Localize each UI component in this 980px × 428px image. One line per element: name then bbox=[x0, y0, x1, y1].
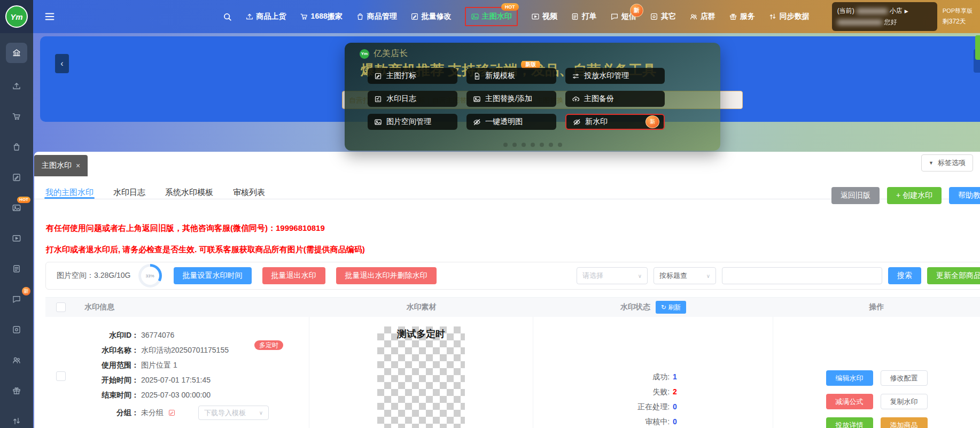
new-badge: 新 bbox=[630, 4, 643, 17]
header-watermark-material: 水印素材 bbox=[309, 302, 533, 312]
app-logo[interactable]: Ym bbox=[0, 0, 33, 33]
sidebar-item-main-image-watermark[interactable]: HOT bbox=[6, 200, 27, 215]
nav-item-batch-edit[interactable]: 批量修改 bbox=[410, 12, 452, 21]
update-all-products-button[interactable]: 更新全部商品 bbox=[927, 267, 980, 284]
nav-item-product-listing[interactable]: 商品上货 bbox=[245, 12, 286, 21]
edit-watermark-button[interactable]: 编辑水印 bbox=[826, 370, 873, 386]
usage-scope: 图片位置 1 bbox=[141, 361, 177, 370]
menu-item-watermark-log[interactable]: 水印日志 bbox=[368, 91, 457, 107]
brand-row: Ym 亿美店长 bbox=[360, 48, 408, 59]
eye-off-icon bbox=[573, 118, 581, 126]
users-icon bbox=[689, 12, 698, 21]
side-float-button[interactable] bbox=[975, 35, 980, 60]
menu-item-main-image-backup[interactable]: 主图备份 bbox=[565, 91, 665, 107]
search-input[interactable] bbox=[722, 267, 882, 284]
sidebar-item-other[interactable] bbox=[6, 322, 27, 337]
nav-item-main-image-watermark[interactable]: 主图水印 HOT bbox=[465, 7, 518, 26]
bank-icon bbox=[12, 48, 21, 58]
page-tab-strip: 主图水印 × ▼ 标签选项 bbox=[34, 152, 980, 176]
nav-item-shop-group[interactable]: 店群 bbox=[689, 12, 715, 21]
video-icon bbox=[531, 12, 540, 21]
watermark-info-cell: 多定时 水印ID：36774076 水印名称：水印活动2025070117515… bbox=[76, 317, 309, 428]
placement-detail-button[interactable]: 投放详情 bbox=[826, 417, 873, 428]
batch-remove-and-delete-watermark-button[interactable]: 批量退出水印并删除水印 bbox=[336, 267, 437, 284]
menu-item-new-watermark[interactable]: 新水印 新 bbox=[565, 114, 665, 130]
nav-item-1688-move[interactable]: 1688搬家 bbox=[300, 12, 343, 21]
create-watermark-button[interactable]: + 创建水印 bbox=[887, 187, 942, 204]
sync-icon bbox=[12, 416, 21, 426]
help-tutorial-button[interactable]: 帮助教程 bbox=[949, 187, 980, 204]
add-product-button[interactable]: 添加商品 bbox=[881, 417, 928, 428]
menu-item-main-image-replace-add[interactable]: 主图替换/添加 bbox=[466, 91, 556, 107]
nav-item-sms[interactable]: 短信 新 bbox=[610, 12, 636, 21]
back-old-version-button[interactable]: 返回旧版 bbox=[831, 187, 880, 204]
account-name-redacted bbox=[837, 20, 882, 25]
tab-review-list[interactable]: 审核列表 bbox=[233, 188, 265, 199]
sidebar-item-video[interactable] bbox=[6, 231, 27, 246]
nav-item-service[interactable]: 服务 bbox=[729, 12, 755, 21]
menu-item-new-rule-template[interactable]: 新规模板 bbox=[466, 68, 556, 84]
menu-item-one-click-transparent[interactable]: 一键透明图 bbox=[466, 114, 556, 130]
cloud-upload-icon bbox=[572, 95, 580, 103]
cart-icon bbox=[300, 12, 308, 21]
hot-badge: HOT bbox=[17, 197, 30, 203]
page-tab-main-image-watermark[interactable]: 主图水印 × bbox=[34, 155, 88, 176]
menu-item-image-space-management[interactable]: 图片空间管理 bbox=[368, 114, 457, 130]
nav-item-sync-data[interactable]: 同步数据 bbox=[768, 12, 810, 21]
caret-down-icon: ▼ bbox=[929, 160, 934, 166]
gift-icon bbox=[729, 12, 737, 21]
current-store-switcher[interactable]: (当前) 小店 ▶ 您好 bbox=[832, 2, 937, 31]
row-checkbox[interactable] bbox=[56, 371, 66, 381]
sidebar-item-dashboard[interactable] bbox=[6, 43, 27, 63]
sidebar-item-service[interactable] bbox=[6, 383, 27, 398]
tag-options-button[interactable]: ▼ 标签选项 bbox=[921, 154, 973, 172]
search-button[interactable]: 搜索 bbox=[888, 267, 921, 284]
sidebar-item-shop-group[interactable] bbox=[6, 353, 27, 368]
sidebar-item-product-management[interactable] bbox=[6, 139, 27, 154]
batch-remove-watermark-button[interactable]: 批量退出水印 bbox=[262, 267, 325, 284]
nav-item-other[interactable]: 其它 bbox=[650, 12, 676, 21]
caret-down-icon: ∨ bbox=[638, 273, 642, 279]
watermark-preview[interactable]: 测试多定时 bbox=[377, 326, 465, 428]
menu-item-watermark-placement-management[interactable]: 投放水印管理 bbox=[565, 68, 665, 84]
sidebar: Ym HOT bbox=[0, 0, 33, 428]
header-operations: 操作 bbox=[773, 302, 980, 312]
copy-watermark-button[interactable]: 复制水印 bbox=[881, 394, 928, 409]
sidebar-item-sms[interactable]: 新 bbox=[6, 292, 27, 307]
sidebar-item-print-order[interactable] bbox=[6, 261, 27, 276]
sidebar-item-1688-move[interactable] bbox=[6, 109, 27, 124]
caret-down-icon: ∨ bbox=[706, 273, 710, 279]
watermark-status-cell: 成功:1 失败:2 正在处理:0 审核中:0 定时添加:0 bbox=[533, 317, 773, 428]
nav-item-video[interactable]: 视频 bbox=[531, 12, 557, 21]
tab-watermark-log[interactable]: 水印日志 bbox=[113, 188, 145, 199]
sidebar-item-product-listing[interactable] bbox=[6, 79, 27, 94]
nav-item-product-management[interactable]: 商品管理 bbox=[356, 12, 397, 21]
brand-logo-icon: Ym bbox=[360, 49, 369, 59]
space-usage-progress-ring: 33% bbox=[138, 264, 162, 287]
search-icon[interactable] bbox=[222, 12, 232, 22]
close-icon[interactable]: × bbox=[76, 161, 80, 170]
banner-prev-button[interactable]: ‹ bbox=[55, 54, 69, 73]
menu-item-main-image-tagging[interactable]: 主图打标 bbox=[368, 68, 457, 84]
search-type-select[interactable]: 按标题查∨ bbox=[654, 267, 716, 284]
sidebar-item-sync-data[interactable] bbox=[6, 414, 27, 428]
tab-system-watermark-template[interactable]: 系统水印模板 bbox=[165, 188, 213, 199]
refresh-button[interactable]: ↻ 刷新 bbox=[656, 301, 686, 314]
image-space-value: 3.28G/10G bbox=[94, 271, 131, 279]
nav-item-print-order[interactable]: 打单 bbox=[571, 12, 597, 21]
batch-set-watermark-time-button[interactable]: 批量设置水印时间 bbox=[174, 267, 252, 284]
current-store-label: (当前) bbox=[837, 6, 854, 15]
watermark-dropdown-panel: Ym 亿美店长 新版 爆款商机推荐 支持移动端，发品、自营必备工具 主图打标 新… bbox=[345, 43, 720, 151]
watermark-id: 36774076 bbox=[141, 331, 174, 340]
select-all-checkbox[interactable] bbox=[56, 302, 66, 312]
reduce-formula-button[interactable]: 减满公式 bbox=[826, 394, 873, 409]
doc-icon bbox=[12, 264, 21, 274]
sidebar-item-batch-edit[interactable] bbox=[6, 170, 27, 185]
picture-icon bbox=[374, 118, 382, 126]
tab-my-main-image-watermark[interactable]: 我的主图水印 bbox=[45, 188, 94, 199]
filter-select[interactable]: 请选择∨ bbox=[577, 267, 648, 284]
hamburger-menu-icon[interactable] bbox=[44, 11, 56, 22]
modify-config-button[interactable]: 修改配置 bbox=[881, 370, 928, 386]
edit-group-icon[interactable] bbox=[168, 409, 176, 417]
download-import-template-select[interactable]: 下载导入模板∨ bbox=[198, 406, 269, 420]
